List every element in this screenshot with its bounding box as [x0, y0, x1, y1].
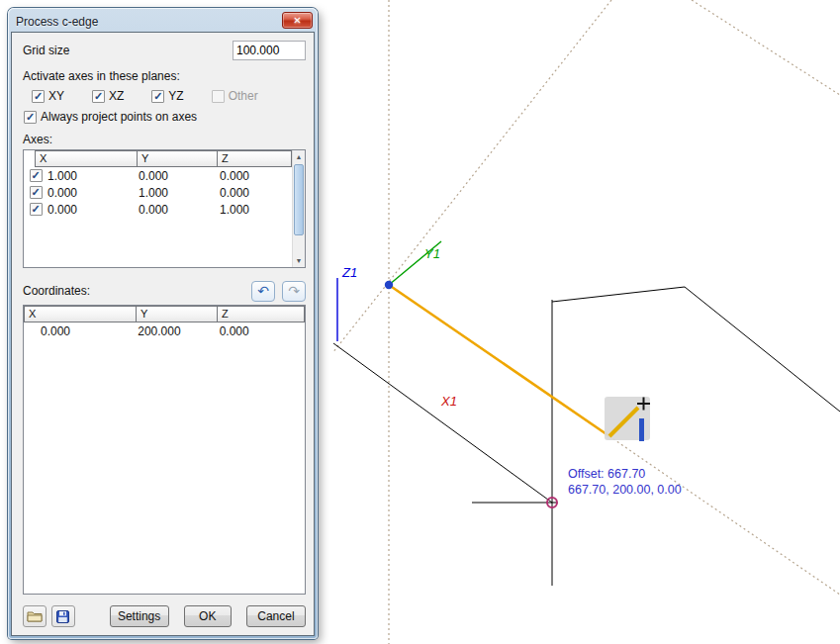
plane-label-xy: XY — [48, 89, 64, 103]
axis-cell-y: 0.000 — [139, 203, 220, 217]
axis-cell-z: 0.000 — [220, 169, 289, 183]
dialog-title: Process c-edge — [16, 15, 98, 29]
coords-column-header-z[interactable]: Z — [217, 306, 305, 322]
plane-label-yz: YZ — [168, 89, 183, 103]
guide-line-top-right — [692, 0, 840, 95]
redo-icon: ↷ — [288, 283, 300, 299]
settings-button[interactable]: Settings — [110, 605, 169, 627]
edge-line — [333, 343, 552, 503]
axes-column-header-x[interactable]: X — [35, 150, 138, 167]
edge-line — [552, 287, 685, 302]
coord-cell-x: 0.000 — [24, 324, 136, 338]
axis-row-checkbox[interactable]: ✓ — [30, 186, 43, 199]
offset-tooltip-line2: 667.70, 200.00, 0.00 — [568, 483, 682, 497]
close-button[interactable]: ✕ — [282, 12, 313, 29]
plane-checkbox-xz[interactable]: ✓ XZ — [92, 89, 124, 103]
ok-button[interactable]: OK — [184, 605, 232, 627]
application-window: Z1 Y1 X1 Offset: 667.70 667.70, 200.00, … — [0, 0, 840, 644]
line-tool-cursor-icon — [605, 397, 650, 441]
project-points-label: Always project points on axes — [41, 110, 197, 124]
scrollbar-thumb[interactable] — [294, 164, 304, 235]
save-floppy-icon — [56, 610, 69, 623]
axis-cell-x: 0.000 — [47, 203, 139, 217]
undo-icon: ↶ — [257, 283, 269, 299]
coord-cell-y: 200.000 — [136, 324, 217, 338]
axis-cell-y: 0.000 — [139, 169, 220, 183]
axis-cell-z: 1.000 — [220, 203, 289, 217]
checkbox-checked-icon[interactable]: ✓ — [92, 90, 105, 103]
coordinates-table-row[interactable]: 0.000 200.000 0.000 — [24, 322, 305, 339]
dialog-titlebar[interactable]: Process c-edge ✕ — [11, 11, 315, 32]
open-folder-icon — [27, 610, 43, 622]
plane-label-xz: XZ — [109, 89, 124, 103]
project-points-checkbox[interactable]: ✓ Always project points on axes — [24, 110, 197, 124]
process-c-edge-dialog: Process c-edge ✕ Grid size Activate axes… — [8, 8, 318, 639]
axes-column-header-y[interactable]: Y — [137, 150, 218, 167]
open-button[interactable] — [23, 605, 47, 627]
checkbox-checked-icon[interactable]: ✓ — [151, 90, 164, 103]
coords-column-header-x[interactable]: X — [24, 306, 137, 322]
plane-checkbox-other: Other — [212, 89, 258, 103]
axes-table-row[interactable]: ✓ 0.000 1.000 0.000 — [24, 184, 305, 201]
plane-checkbox-xy[interactable]: ✓ XY — [32, 89, 64, 103]
coordinates-table: X Y Z 0.000 200.000 0.000 — [23, 305, 306, 595]
axis-label-y1: Y1 — [424, 246, 440, 261]
checkbox-disabled-icon — [212, 90, 225, 103]
axes-table-row[interactable]: ✓ 1.000 0.000 0.000 — [24, 167, 305, 184]
axes-section-label: Axes: — [23, 133, 306, 146]
axis-cell-z: 0.000 — [220, 186, 289, 200]
undo-button[interactable]: ↶ — [251, 281, 275, 302]
planes-section-label: Activate axes in these planes: — [23, 69, 306, 83]
save-button[interactable] — [51, 605, 75, 627]
axis-cell-x: 0.000 — [47, 186, 139, 200]
axis-cell-x: 1.000 — [47, 169, 139, 183]
axes-column-header-z[interactable]: Z — [217, 150, 292, 167]
axis-row-checkbox[interactable]: ✓ — [30, 203, 43, 216]
edge-line — [685, 287, 840, 412]
axis-row-checkbox[interactable]: ✓ — [30, 169, 43, 182]
redo-button[interactable]: ↷ — [282, 281, 306, 302]
dialog-body: Grid size Activate axes in these planes:… — [11, 32, 315, 636]
grid-size-label: Grid size — [23, 44, 69, 57]
coordinates-section-label: Coordinates: — [23, 284, 90, 298]
axis-label-x1: X1 — [440, 394, 457, 409]
cancel-button[interactable]: Cancel — [246, 605, 306, 627]
plane-label-other: Other — [229, 89, 258, 103]
start-point-marker — [385, 281, 393, 289]
scroll-down-icon[interactable]: ▼ — [293, 254, 305, 267]
axis-label-z1: Z1 — [341, 265, 357, 280]
grid-size-input[interactable] — [233, 41, 306, 60]
axis-cell-y: 1.000 — [139, 186, 220, 200]
checkbox-checked-icon[interactable]: ✓ — [32, 90, 45, 103]
axes-table-row[interactable]: ✓ 0.000 0.000 1.000 — [24, 201, 305, 218]
checkbox-checked-icon[interactable]: ✓ — [24, 111, 37, 124]
close-icon: ✕ — [293, 15, 301, 26]
plane-checkbox-yz[interactable]: ✓ YZ — [151, 89, 183, 103]
axes-table-scrollbar[interactable]: ▲ ▼ — [292, 150, 305, 267]
coords-column-header-y[interactable]: Y — [136, 306, 218, 322]
preview-line — [389, 285, 609, 436]
coord-cell-z: 0.000 — [218, 324, 305, 338]
scroll-up-icon[interactable]: ▲ — [293, 150, 305, 163]
offset-tooltip-line1: Offset: 667.70 — [568, 467, 645, 481]
axes-table: X Y Z ✓ 1.000 0.000 0.000 ✓ 0.000 1.000 … — [23, 149, 306, 268]
